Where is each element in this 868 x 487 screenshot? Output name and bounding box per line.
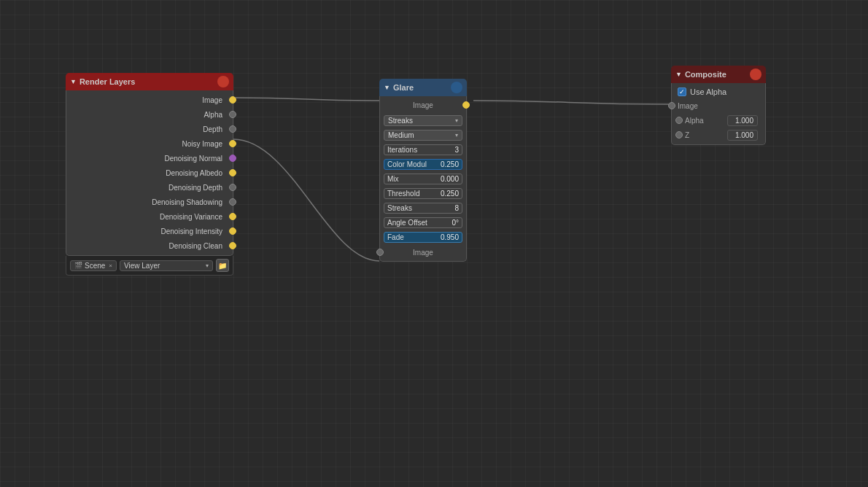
socket-label-alpha: Alpha [193, 111, 233, 119]
socket-depth-output[interactable] [229, 125, 236, 133]
glare-streaks-label: Streaks [387, 204, 412, 212]
socket-label-denoising-normal: Denoising Normal [155, 155, 233, 163]
socket-label-denoising-variance: Denoising Variance [150, 213, 233, 221]
glare-threshold-field[interactable]: Threshold 0.250 [384, 188, 462, 199]
glare-streaks-value: 8 [454, 204, 459, 212]
glare-mix-value: 0.000 [441, 175, 459, 183]
glare-fade-value: 0.950 [441, 233, 459, 241]
glare-image-top-row: Image [380, 98, 466, 112]
composite-alpha-row: Alpha 1.000 [672, 113, 765, 128]
scene-selector[interactable]: 🎬 Scene × [70, 260, 117, 271]
composite-title: Composite [685, 70, 726, 79]
socket-alpha-output[interactable] [229, 111, 236, 118]
use-alpha-checkbox[interactable]: ✓ [678, 87, 686, 96]
glare-streaks-control: Streaks 8 [384, 201, 462, 214]
composite-image-row: Image [672, 98, 765, 113]
composite-alpha-value: 1.000 [727, 115, 758, 126]
socket-label-depth: Depth [193, 125, 233, 133]
glare-iterations-field[interactable]: Iterations 3 [384, 144, 462, 155]
glare-fade-control: Fade 0.950 [384, 230, 462, 244]
glare-image-input[interactable] [376, 249, 384, 256]
glare-image-top-label: Image [413, 101, 433, 109]
glare-color-mod-value: 0.250 [441, 160, 459, 168]
glare-type-label: Streaks [388, 117, 413, 125]
socket-label-noisy-image: Noisy Image [171, 140, 233, 148]
composite-header[interactable]: ▼ Composite [671, 66, 766, 83]
scene-close-btn[interactable]: × [109, 262, 112, 269]
glare-collapse-arrow[interactable]: ▼ [384, 84, 390, 91]
socket-row-denoising-depth: Denoising Depth [66, 180, 233, 195]
glare-type-control: Streaks ▾ [384, 114, 462, 127]
composite-z-socket[interactable] [675, 131, 683, 139]
render-layers-node: ▼ Render Layers Image Alpha Depth Noisy … [66, 73, 233, 276]
socket-row-denoising-intensity: Denoising Intensity [66, 224, 233, 238]
socket-row-denoising-albedo: Denoising Albedo [66, 165, 233, 180]
socket-denoising-variance-output[interactable] [229, 213, 236, 220]
socket-row-denoising-normal: Denoising Normal [66, 151, 233, 165]
render-layers-footer: 🎬 Scene × View Layer ▾ 📁 [66, 256, 233, 276]
socket-denoising-albedo-output[interactable] [229, 169, 236, 176]
glare-streaks-field[interactable]: Streaks 8 [384, 203, 462, 214]
checkbox-check: ✓ [679, 88, 685, 96]
socket-noisy-image-output[interactable] [229, 140, 236, 147]
glare-threshold-control: Threshold 0.250 [384, 187, 462, 200]
socket-label-denoising-clean: Denoising Clean [159, 242, 233, 250]
glare-threshold-label: Threshold [387, 190, 419, 198]
glare-fade-label: Fade [387, 233, 404, 241]
socket-image-output[interactable] [229, 96, 236, 104]
render-layers-header[interactable]: ▼ Render Layers [66, 73, 233, 90]
socket-label-denoising-shadowing: Denoising Shadowing [142, 198, 233, 206]
render-layers-title: Render Layers [80, 77, 135, 86]
socket-row-alpha: Alpha [66, 107, 233, 122]
glare-mix-field[interactable]: Mix 0.000 [384, 174, 462, 184]
composite-image-label: Image [678, 102, 698, 110]
socket-label-denoising-albedo: Denoising Albedo [155, 169, 233, 177]
composite-icon [750, 69, 762, 80]
glare-mix-label: Mix [387, 175, 399, 183]
glare-type-dropdown[interactable]: Streaks ▾ [384, 115, 462, 126]
view-layer-arrow: ▾ [206, 262, 209, 269]
glare-icon [451, 82, 462, 93]
socket-denoising-normal-output[interactable] [229, 155, 236, 162]
composite-z-value: 1.000 [727, 130, 758, 141]
use-alpha-label: Use Alpha [690, 87, 726, 96]
composite-image-input[interactable] [668, 102, 675, 109]
glare-image-bottom-row: Image [380, 245, 466, 260]
socket-denoising-depth-output[interactable] [229, 184, 236, 191]
glare-header[interactable]: ▼ Glare [379, 79, 467, 96]
composite-alpha-socket[interactable] [675, 117, 683, 124]
socket-row-noisy-image: Noisy Image [66, 136, 233, 151]
socket-denoising-intensity-output[interactable] [229, 227, 236, 235]
folder-button[interactable]: 📁 [216, 259, 229, 272]
glare-color-mod-control: Color Modul 0.250 [384, 157, 462, 171]
composite-node: ▼ Composite ✓ Use Alpha Image Alpha 1.00… [671, 66, 766, 145]
glare-color-mod-field[interactable]: Color Modul 0.250 [384, 159, 462, 170]
socket-row-denoising-clean: Denoising Clean [66, 238, 233, 253]
glare-type-arrow: ▾ [455, 117, 458, 124]
glare-fade-field[interactable]: Fade 0.950 [384, 232, 462, 243]
collapse-arrow[interactable]: ▼ [70, 78, 77, 85]
glare-angle-offset-label: Angle Offset [387, 219, 427, 227]
socket-denoising-clean-output[interactable] [229, 242, 236, 249]
glare-quality-dropdown[interactable]: Medium ▾ [384, 130, 462, 141]
glare-node: ▼ Glare Image Streaks ▾ Medium ▾ Iterati… [379, 79, 467, 262]
socket-label-denoising-intensity: Denoising Intensity [151, 227, 233, 235]
glare-angle-offset-value: 0° [452, 219, 459, 227]
glare-iterations-value: 3 [454, 146, 459, 154]
glare-color-mod-label: Color Modul [387, 160, 427, 168]
render-layers-icon [217, 76, 229, 87]
render-layers-body: Image Alpha Depth Noisy Image Denoising … [66, 90, 233, 256]
view-layer-selector[interactable]: View Layer ▾ [120, 260, 213, 271]
glare-iterations-label: Iterations [387, 146, 417, 154]
glare-image-output[interactable] [462, 101, 470, 109]
composite-alpha-label: Alpha [685, 117, 724, 125]
glare-quality-arrow: ▾ [455, 132, 458, 139]
glare-angle-offset-field[interactable]: Angle Offset 0° [384, 217, 462, 228]
socket-row-depth: Depth [66, 122, 233, 136]
socket-denoising-shadowing-output[interactable] [229, 198, 236, 206]
socket-label-denoising-depth: Denoising Depth [158, 184, 233, 192]
composite-collapse-arrow[interactable]: ▼ [675, 71, 682, 78]
scene-label: Scene [85, 262, 105, 270]
glare-mix-control: Mix 0.000 [384, 172, 462, 185]
view-layer-label: View Layer [124, 262, 160, 270]
